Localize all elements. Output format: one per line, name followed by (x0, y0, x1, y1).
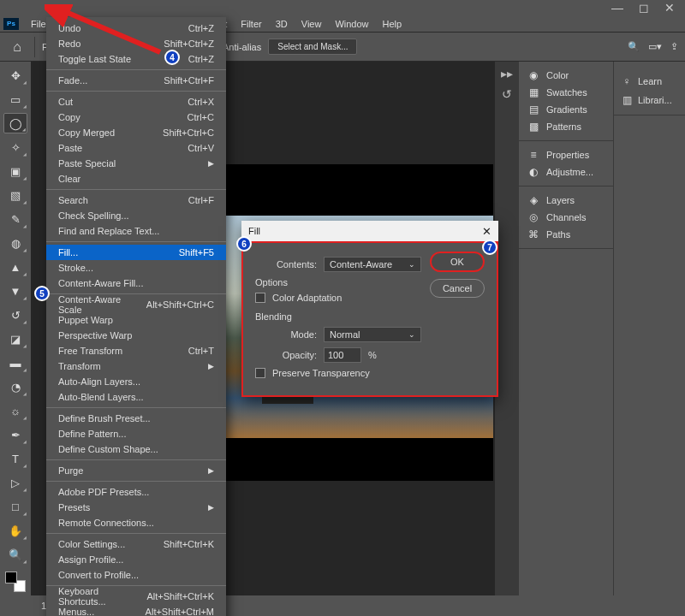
foreground-background-colors[interactable] (5, 572, 26, 592)
menu-item-paste[interactable]: PasteCtrl+V (46, 140, 226, 156)
panel-properties[interactable]: ≡Properties (519, 146, 613, 163)
menu-item-stroke[interactable]: Stroke... (46, 260, 226, 275)
librari...-icon: ▥ (621, 94, 633, 106)
menu-3d[interactable]: 3D (269, 17, 295, 31)
marquee-tool[interactable]: ▭◢ (3, 89, 27, 110)
menu-item-auto-align-layers[interactable]: Auto-Align Layers... (46, 374, 226, 389)
ok-button[interactable]: OK (430, 252, 485, 272)
menu-item-assign-profile[interactable]: Assign Profile... (46, 552, 226, 567)
dodge-tool[interactable]: ☼◢ (3, 400, 27, 421)
dialog-close-icon[interactable]: ✕ (482, 225, 491, 238)
menu-item-presets[interactable]: Presets▶ (46, 500, 226, 515)
dialog-titlebar[interactable]: Fill ✕ (241, 221, 498, 241)
history-brush-tool[interactable]: ↺◢ (3, 305, 27, 325)
move-tool[interactable]: ✥◢ (3, 65, 27, 86)
menu-item-copy[interactable]: CopyCtrl+C (46, 110, 226, 125)
app-logo: Ps (3, 18, 19, 30)
panel-adjustme...[interactable]: ◐Adjustme... (519, 163, 613, 181)
panel-layers[interactable]: ◈Layers (519, 192, 613, 209)
menu-item-content-aware-fill[interactable]: Content-Aware Fill... (46, 275, 226, 291)
color-adaptation-checkbox[interactable] (255, 293, 265, 303)
close-button[interactable]: ✕ (664, 1, 675, 15)
menu-item-label: Content-Aware Fill... (58, 278, 143, 288)
eyedropper-tool[interactable]: ✎◢ (3, 209, 27, 229)
brush-tool[interactable]: ▲◢ (3, 257, 27, 277)
lasso-tool[interactable]: ◯◢ (3, 113, 27, 133)
magic-wand-tool[interactable]: ✧◢ (3, 137, 27, 157)
mode-select[interactable]: Normal ⌄ (324, 327, 421, 342)
menu-item-shortcut: ▶ (208, 362, 214, 370)
type-tool[interactable]: T◢ (3, 448, 27, 469)
menu-filter[interactable]: Filter (234, 17, 268, 31)
collapsed-dock[interactable]: ▸▸ ↺ (495, 62, 519, 595)
panel-color[interactable]: ◉Color (519, 67, 613, 84)
history-icon[interactable]: ↺ (502, 87, 512, 101)
healing-brush-tool[interactable]: ◍◢ (3, 233, 27, 253)
cancel-button[interactable]: Cancel (430, 279, 485, 298)
menu-item-cut[interactable]: CutCtrl+X (46, 94, 226, 110)
path-select-tool[interactable]: ▷◢ (3, 472, 27, 493)
menu-item-label: Define Brush Preset... (58, 413, 151, 424)
menu-item-find-and-replace-text[interactable]: Find and Replace Text... (46, 223, 226, 239)
menu-item-fade[interactable]: Fade...Shift+Ctrl+F (46, 73, 226, 88)
contents-select[interactable]: Content-Aware ⌄ (324, 257, 421, 272)
panel-gradients[interactable]: ▤Gradients (519, 101, 613, 118)
chevron-down-icon: ⌄ (408, 260, 415, 269)
search-icon[interactable]: 🔍 (628, 41, 640, 52)
dock-icon[interactable]: ▸▸ (501, 67, 513, 80)
menu-item-remote-connections[interactable]: Remote Connections... (46, 515, 226, 530)
menu-item-keyboard-shortcuts[interactable]: Keyboard Shortcuts...Alt+Shift+Ctrl+K (46, 589, 226, 604)
blur-tool[interactable]: ◔◢ (3, 376, 27, 397)
menu-item-define-custom-shape[interactable]: Define Custom Shape... (46, 441, 226, 457)
menu-item-auto-blend-layers[interactable]: Auto-Blend Layers... (46, 389, 226, 405)
menu-item-label: Adobe PDF Presets... (58, 487, 149, 497)
menu-item-toggle-last-state[interactable]: Toggle Last StateCtrl+Z (46, 51, 226, 67)
menu-item-fill[interactable]: Fill...Shift+F5 (46, 245, 226, 260)
workspace-icon[interactable]: ▭▾ (648, 41, 662, 52)
menu-item-adobe-pdf-presets[interactable]: Adobe PDF Presets... (46, 484, 226, 500)
dialog-title: Fill (248, 226, 260, 236)
minimize-button[interactable]: — (611, 1, 623, 15)
opacity-input[interactable]: 100 (324, 347, 361, 363)
frame-tool[interactable]: ▧◢ (3, 185, 27, 205)
menu-item-color-settings[interactable]: Color Settings...Shift+Ctrl+K (46, 536, 226, 552)
menu-help[interactable]: Help (376, 17, 409, 31)
eraser-tool[interactable]: ◪◢ (3, 329, 27, 349)
panel-swatches[interactable]: ▦Swatches (519, 84, 613, 101)
panel-learn[interactable]: ♀Learn (614, 72, 685, 91)
menu-item-paste-special[interactable]: Paste Special▶ (46, 156, 226, 171)
select-and-mask-button[interactable]: Select and Mask... (268, 38, 357, 55)
share-icon[interactable]: ⇪ (670, 41, 678, 52)
menu-view[interactable]: View (295, 17, 329, 31)
panel-paths[interactable]: ⌘Paths (519, 226, 613, 243)
menu-item-check-spelling[interactable]: Check Spelling... (46, 208, 226, 223)
menu-item-perspective-warp[interactable]: Perspective Warp (46, 328, 226, 343)
panel-channels[interactable]: ◎Channels (519, 209, 613, 226)
hand-tool[interactable]: ✋◢ (3, 520, 27, 541)
clone-stamp-tool[interactable]: ▼◢ (3, 281, 27, 301)
channels-icon: ◎ (527, 211, 539, 223)
menu-item-search[interactable]: SearchCtrl+F (46, 192, 226, 208)
home-button[interactable]: ⌂ (7, 39, 27, 55)
maximize-button[interactable]: ◻ (639, 1, 649, 15)
menu-item-free-transform[interactable]: Free TransformCtrl+T (46, 343, 226, 358)
rectangle-tool[interactable]: □◢ (3, 496, 27, 517)
menu-item-purge[interactable]: Purge▶ (46, 463, 226, 478)
menu-item-undo[interactable]: UndoCtrl+Z (46, 21, 226, 36)
panel-patterns[interactable]: ▩Patterns (519, 118, 613, 135)
menu-item-content-aware-scale[interactable]: Content-Aware ScaleAlt+Shift+Ctrl+C (46, 297, 226, 312)
preserve-transparency-checkbox[interactable] (255, 368, 265, 378)
menu-item-define-pattern[interactable]: Define Pattern... (46, 426, 226, 441)
gradient-tool[interactable]: ▬◢ (3, 352, 27, 373)
menu-item-clear[interactable]: Clear (46, 171, 226, 187)
menu-window[interactable]: Window (328, 17, 375, 31)
menu-item-redo[interactable]: RedoShift+Ctrl+Z (46, 36, 226, 51)
pen-tool[interactable]: ✒◢ (3, 424, 27, 445)
menu-item-copy-merged[interactable]: Copy MergedShift+Ctrl+C (46, 125, 226, 140)
menu-item-define-brush-preset[interactable]: Define Brush Preset... (46, 411, 226, 426)
zoom-tool[interactable]: 🔍◢ (3, 544, 27, 565)
menu-item-transform[interactable]: Transform▶ (46, 358, 226, 374)
panel-librari...[interactable]: ▥Librari... (614, 91, 685, 110)
crop-tool[interactable]: ▣◢ (3, 161, 27, 181)
menu-item-convert-to-profile[interactable]: Convert to Profile... (46, 567, 226, 583)
